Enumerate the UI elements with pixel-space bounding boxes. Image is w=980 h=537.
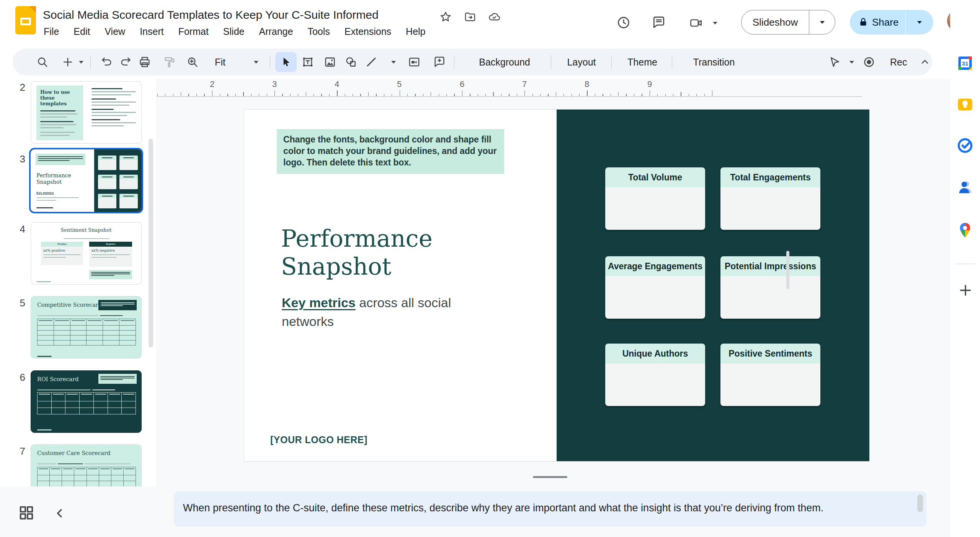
insert-line-icon[interactable] bbox=[365, 56, 378, 69]
text-bar bbox=[40, 116, 67, 118]
slideshow-dropdown[interactable] bbox=[809, 21, 835, 24]
share-button[interactable]: Share bbox=[850, 10, 933, 34]
slide-subtitle[interactable]: Key metrics across all social networks bbox=[282, 293, 481, 331]
menu-view[interactable]: View bbox=[103, 25, 127, 38]
record-icon[interactable] bbox=[862, 56, 875, 69]
thumb-table bbox=[37, 467, 136, 486]
share-dropdown[interactable] bbox=[906, 21, 933, 24]
insert-video-icon[interactable] bbox=[408, 56, 421, 69]
notes-scrollbar[interactable] bbox=[917, 494, 923, 512]
grid-view-icon[interactable] bbox=[18, 504, 35, 522]
thumb-title: Customer Care Scorecard bbox=[37, 450, 110, 456]
paint-format-icon[interactable] bbox=[163, 56, 176, 69]
toolbar-divider bbox=[672, 55, 672, 69]
menu-slide[interactable]: Slide bbox=[222, 25, 246, 38]
text-bar bbox=[40, 124, 76, 125]
notes-resize-handle[interactable] bbox=[533, 476, 567, 478]
background-button[interactable]: Background bbox=[479, 49, 530, 75]
speaker-notes-box[interactable]: When presenting to the C-suite, define t… bbox=[174, 491, 926, 527]
collapse-filmstrip-chevron-icon[interactable] bbox=[53, 506, 67, 520]
menu-tools[interactable]: Tools bbox=[306, 25, 331, 38]
slide-thumbnail-7[interactable]: Customer Care Scorecard bbox=[31, 444, 142, 486]
tasks-icon[interactable] bbox=[957, 137, 973, 154]
contacts-icon[interactable] bbox=[957, 178, 973, 195]
text-bar bbox=[100, 378, 135, 378]
transition-button[interactable]: Transition bbox=[693, 49, 735, 75]
slide-title[interactable]: Performance Snapshot bbox=[281, 224, 472, 280]
menu-edit[interactable]: Edit bbox=[72, 25, 91, 38]
insert-shape-icon[interactable] bbox=[345, 56, 358, 69]
star-icon[interactable] bbox=[439, 11, 452, 23]
meet-dropdown-caret-icon[interactable] bbox=[713, 22, 717, 25]
slide-editor[interactable]: Change the fonts, background color and s… bbox=[244, 109, 869, 462]
redo-icon[interactable] bbox=[119, 56, 132, 69]
cloud-saved-icon[interactable] bbox=[488, 11, 501, 23]
ruler-number: 3 bbox=[272, 79, 277, 89]
laser-caret-icon[interactable] bbox=[849, 61, 854, 64]
print-icon[interactable] bbox=[138, 56, 151, 69]
insert-image-icon[interactable] bbox=[323, 56, 336, 69]
comment-history-icon[interactable] bbox=[652, 15, 666, 30]
slide-thumbnail-6[interactable]: ROI Scorecard bbox=[31, 370, 142, 433]
metric-card-positive-sentiments[interactable]: Positive Sentiments bbox=[720, 344, 820, 406]
menu-file[interactable]: File bbox=[42, 25, 60, 38]
metric-card-total-engagements[interactable]: Total Engagements bbox=[720, 167, 820, 230]
slide-number: 7 bbox=[8, 445, 25, 457]
filmstrip-scrollbar[interactable] bbox=[149, 139, 153, 347]
menu-arrange[interactable]: Arrange bbox=[257, 25, 294, 38]
layout-button[interactable]: Layout bbox=[567, 49, 596, 75]
version-history-icon[interactable] bbox=[616, 15, 631, 30]
text-bar bbox=[91, 98, 116, 100]
collapse-toolbar-icon[interactable] bbox=[918, 56, 931, 69]
calendar-icon[interactable]: 31 bbox=[957, 55, 973, 72]
undo-icon[interactable] bbox=[100, 56, 113, 69]
text-bar bbox=[91, 105, 129, 106]
search-menus-icon[interactable] bbox=[36, 56, 49, 69]
thumb-instruction-box bbox=[98, 300, 137, 310]
slideshow-button[interactable]: Slideshow bbox=[741, 10, 835, 34]
slide-thumbnail-4[interactable]: Sentiment Snapshot Positive xx% positive… bbox=[31, 222, 142, 285]
text-bar bbox=[36, 197, 79, 198]
menu-insert[interactable]: Insert bbox=[138, 25, 165, 38]
get-addons-icon[interactable] bbox=[958, 283, 973, 298]
laser-pointer-icon[interactable] bbox=[828, 56, 841, 69]
zoom-in-icon[interactable] bbox=[186, 56, 199, 69]
speaker-notes-text[interactable]: When presenting to the C-suite, define t… bbox=[183, 502, 903, 514]
new-slide-caret-icon[interactable] bbox=[79, 61, 83, 64]
keep-icon[interactable] bbox=[957, 96, 973, 113]
thumb-negative-header: Negative bbox=[89, 242, 132, 247]
theme-button[interactable]: Theme bbox=[627, 49, 657, 75]
instruction-text-box[interactable]: Change the fonts, background color and s… bbox=[277, 129, 504, 174]
metric-card-average-engagements[interactable]: Average Engagements bbox=[605, 256, 705, 319]
metric-card-unique-authors[interactable]: Unique Authors bbox=[605, 344, 705, 406]
menu-format[interactable]: Format bbox=[177, 25, 210, 38]
canvas-scrollbar[interactable] bbox=[786, 251, 789, 289]
slide-thumbnail-2[interactable]: How to use these templates bbox=[31, 81, 142, 144]
line-caret-icon[interactable] bbox=[391, 61, 396, 64]
new-slide-icon[interactable] bbox=[61, 56, 74, 69]
text-box-icon[interactable] bbox=[301, 56, 314, 69]
zoom-caret-icon[interactable] bbox=[254, 61, 258, 64]
select-tool-button[interactable] bbox=[275, 52, 297, 72]
slide-thumbnail-3-selected[interactable]: Performance Snapshot Key metrics bbox=[29, 148, 143, 213]
key-metrics-link[interactable]: Key metrics bbox=[282, 295, 356, 310]
zoom-select[interactable]: Fit bbox=[215, 49, 225, 75]
calendar-day-label: 31 bbox=[962, 60, 969, 67]
slides-logo-icon[interactable] bbox=[15, 6, 36, 34]
toolbar-divider bbox=[90, 55, 91, 69]
logo-placeholder[interactable]: [YOUR LOGO HERE] bbox=[270, 434, 368, 445]
add-comment-icon[interactable] bbox=[433, 56, 446, 69]
meet-camera-icon[interactable] bbox=[689, 16, 703, 30]
slide-thumbnail-5[interactable]: Competitive Scorecard bbox=[31, 296, 142, 359]
maps-icon[interactable] bbox=[957, 222, 973, 239]
thumb-negative-box: Negative xx% negative bbox=[89, 242, 132, 267]
menu-help[interactable]: Help bbox=[404, 25, 427, 38]
move-to-folder-icon[interactable] bbox=[464, 11, 476, 23]
record-label[interactable]: Rec bbox=[890, 49, 907, 75]
metric-card-potential-impressions[interactable]: Potential Impressions bbox=[720, 256, 820, 319]
document-title[interactable]: Social Media Scorecard Templates to Keep… bbox=[43, 8, 379, 21]
slide-dark-panel[interactable] bbox=[557, 110, 869, 461]
menu-extensions[interactable]: Extensions bbox=[343, 25, 393, 38]
slides-logo-inner bbox=[20, 18, 31, 25]
metric-card-total-volume[interactable]: Total Volume bbox=[605, 167, 705, 230]
